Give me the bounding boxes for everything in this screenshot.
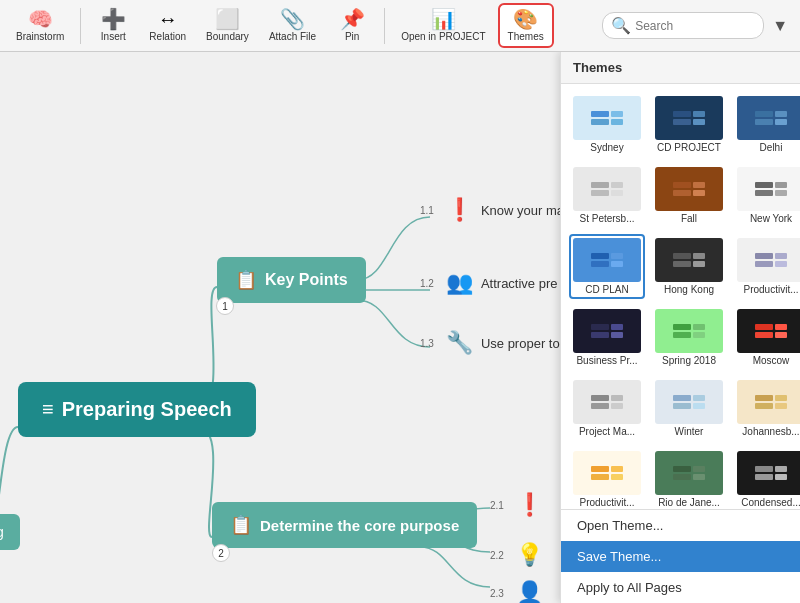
branch-2-3[interactable]: 2.3 👤 <box>490 580 543 603</box>
relation-label: Relation <box>149 31 186 42</box>
theme-name-condensed: Condensed... <box>741 497 800 508</box>
open-in-project-icon: 📊 <box>431 9 456 29</box>
theme-item-productiv[interactable]: Productivit... <box>733 234 800 299</box>
theme-name-spring2018: Spring 2018 <box>662 355 716 366</box>
preparing-speech-label: Preparing Speech <box>62 398 232 421</box>
boundary-icon: ⬜ <box>215 9 240 29</box>
theme-name-johannes: Johannesb... <box>742 426 799 437</box>
theme-item-projectma[interactable]: Project Ma... <box>569 376 645 441</box>
theme-item-moscow[interactable]: Moscow <box>733 305 800 370</box>
theme-item-businesspr[interactable]: Business Pr... <box>569 305 645 370</box>
insert-icon: ➕ <box>101 9 126 29</box>
theme-name-productiv2: Productivit... <box>579 497 634 508</box>
insert-label: Insert <box>101 31 126 42</box>
search-icon: 🔍 <box>611 16 631 35</box>
theme-name-businesspr: Business Pr... <box>576 355 637 366</box>
theme-item-riodejane[interactable]: Rio de Jane... <box>651 447 727 509</box>
determine-doc-icon: 📋 <box>230 514 252 536</box>
search-box[interactable]: 🔍 <box>602 12 764 39</box>
themes-panel: Themes SydneyCD PROJECTDelhiSt Petersb..… <box>560 52 800 603</box>
badge-1: 1 <box>216 297 234 315</box>
theme-name-stpete: St Petersb... <box>579 213 634 224</box>
theme-name-projectma: Project Ma... <box>579 426 635 437</box>
theme-name-sydney: Sydney <box>590 142 623 153</box>
boundary-label: Boundary <box>206 31 249 42</box>
node-preparing-speech[interactable]: ≡ Preparing Speech <box>18 382 256 437</box>
theme-item-fall[interactable]: Fall <box>651 163 727 228</box>
themes-button[interactable]: 🎨 Themes <box>498 3 554 48</box>
themes-panel-header: Themes <box>561 52 800 84</box>
theme-item-cdproject[interactable]: CD PROJECT <box>651 92 727 157</box>
branch-2-2-icon: 💡 <box>516 542 543 568</box>
divider-1 <box>80 8 81 44</box>
node-key-points[interactable]: 📋 Key Points <box>217 257 366 303</box>
insert-button[interactable]: ➕ Insert <box>89 5 137 46</box>
theme-item-winter[interactable]: Winter <box>651 376 727 441</box>
branch-1-3[interactable]: 1.3 🔧 Use proper tool <box>420 330 570 356</box>
key-points-label: Key Points <box>265 271 348 289</box>
themes-panel-title: Themes <box>573 60 622 75</box>
theme-item-spring2018[interactable]: Spring 2018 <box>651 305 727 370</box>
branch-1-3-label: Use proper tool <box>481 336 570 351</box>
tools-icon: 🔧 <box>446 330 473 356</box>
presentation-icon: 👥 <box>446 270 473 296</box>
branch-1-2-label: Attractive pre <box>481 276 558 291</box>
theme-name-newyork: New York <box>750 213 792 224</box>
node-determine[interactable]: 📋 Determine the core purpose <box>212 502 477 548</box>
preparing-speech-lines-icon: ≡ <box>42 398 54 421</box>
brainstorm-icon: 🧠 <box>28 9 53 29</box>
determine-label: Determine the core purpose <box>260 517 459 534</box>
theme-item-johannes[interactable]: Johannesb... <box>733 376 800 441</box>
attach-file-label: Attach File <box>269 31 316 42</box>
themes-icon: 🎨 <box>513 9 538 29</box>
theme-item-sydney[interactable]: Sydney <box>569 92 645 157</box>
pin-label: Pin <box>345 31 359 42</box>
pin-button[interactable]: 📌 Pin <box>328 5 376 46</box>
theme-name-winter: Winter <box>675 426 704 437</box>
theme-item-delhi[interactable]: Delhi <box>733 92 800 157</box>
theme-item-productiv2[interactable]: Productivit... <box>569 447 645 509</box>
branch-2-3-icon: 👤 <box>516 580 543 603</box>
badge-2: 2 <box>212 544 230 562</box>
branch-2-2[interactable]: 2.2 💡 <box>490 542 543 568</box>
theme-item-hongkong[interactable]: Hong Kong <box>651 234 727 299</box>
filter-icon[interactable]: ▼ <box>768 13 792 39</box>
save-theme-item[interactable]: Save Theme... <box>561 541 800 572</box>
brainstorm-button[interactable]: 🧠 Brainstorm <box>8 5 72 46</box>
themes-grid: SydneyCD PROJECTDelhiSt Petersb...FallNe… <box>561 84 800 509</box>
themes-label: Themes <box>508 31 544 42</box>
theme-name-riodejane: Rio de Jane... <box>658 497 720 508</box>
relation-icon: ↔️ <box>158 9 178 29</box>
open-theme-item[interactable]: Open Theme... <box>561 510 800 541</box>
toolbar: 🧠 Brainstorm ➕ Insert ↔️ Relation ⬜ Boun… <box>0 0 800 52</box>
attach-file-icon: 📎 <box>280 9 305 29</box>
theme-item-stpete[interactable]: St Petersb... <box>569 163 645 228</box>
open-in-project-button[interactable]: 📊 Open in PROJECT <box>393 5 493 46</box>
search-input[interactable] <box>635 19 755 33</box>
branch-1-2[interactable]: 1.2 👥 Attractive pre <box>420 270 558 296</box>
theme-name-fall: Fall <box>681 213 697 224</box>
relation-button[interactable]: ↔️ Relation <box>141 5 194 46</box>
pin-icon: 📌 <box>340 9 365 29</box>
node-left-partial[interactable]: g <box>0 514 20 550</box>
theme-name-hongkong: Hong Kong <box>664 284 714 295</box>
theme-name-productiv: Productivit... <box>743 284 798 295</box>
attach-file-button[interactable]: 📎 Attach File <box>261 5 324 46</box>
theme-name-cdproject: CD PROJECT <box>657 142 721 153</box>
divider-2 <box>384 8 385 44</box>
brainstorm-label: Brainstorm <box>16 31 64 42</box>
branch-2-1-icon: ❗ <box>516 492 543 518</box>
branch-2-1[interactable]: 2.1 ❗ <box>490 492 543 518</box>
theme-name-cdplan: CD PLAN <box>585 284 628 295</box>
themes-context-menu: Open Theme... Save Theme... Apply to All… <box>561 509 800 603</box>
theme-item-newyork[interactable]: New York <box>733 163 800 228</box>
open-in-project-label: Open in PROJECT <box>401 31 485 42</box>
exclamation-icon: ❗ <box>446 197 473 223</box>
apply-all-pages-item[interactable]: Apply to All Pages <box>561 572 800 603</box>
theme-name-delhi: Delhi <box>760 142 783 153</box>
mindmap-canvas: ≡ Preparing Speech g 1 📋 Key Points 1.1 … <box>0 52 800 603</box>
theme-item-condensed[interactable]: Condensed... <box>733 447 800 509</box>
theme-item-cdplan[interactable]: CD PLAN <box>569 234 645 299</box>
boundary-button[interactable]: ⬜ Boundary <box>198 5 257 46</box>
key-points-doc-icon: 📋 <box>235 269 257 291</box>
